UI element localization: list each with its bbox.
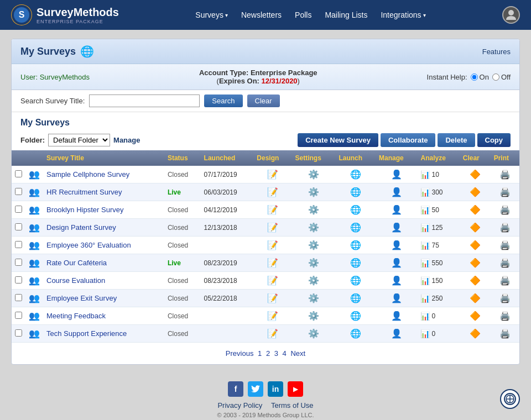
nav-integrations[interactable]: Integrations ▾ [375,8,431,22]
print-icon[interactable]: 🖨️ [499,222,511,233]
pagination-page-2[interactable]: 2 [266,349,270,358]
clear-button[interactable]: Clear [247,95,280,107]
survey-title-link[interactable]: Course Evaluation [46,276,105,285]
copy-button[interactable]: Copy [477,133,511,147]
instant-help-off-radio[interactable] [492,74,499,81]
row-checkbox-4[interactable] [15,241,22,248]
settings-icon[interactable]: ⚙️ [308,169,319,180]
row-checkbox-6[interactable] [15,276,22,284]
settings-icon[interactable]: ⚙️ [308,311,319,321]
row-checkbox-3[interactable] [15,223,22,230]
survey-status[interactable]: Closed [168,277,188,285]
clear-icon[interactable]: 🔶 [470,311,481,321]
settings-icon[interactable]: ⚙️ [308,328,319,339]
sort-manage-link[interactable]: Manage [379,154,404,162]
launch-icon[interactable]: 🌐 [350,328,361,339]
instant-help-on-radio[interactable] [471,74,478,81]
sort-analyze-link[interactable]: Analyze [420,154,445,162]
pagination-page-4[interactable]: 4 [283,349,287,358]
clear-icon[interactable]: 🔶 [470,275,481,286]
clear-icon[interactable]: 🔶 [470,240,481,250]
user-account-icon[interactable] [502,6,520,24]
print-icon[interactable]: 🖨️ [499,240,511,250]
launch-icon[interactable]: 🌐 [350,311,361,321]
settings-icon[interactable]: ⚙️ [308,222,319,233]
launch-icon[interactable]: 🌐 [350,275,361,286]
design-icon[interactable]: 📝 [267,240,278,250]
pagination-next[interactable]: Next [290,349,305,358]
pagination-page-3[interactable]: 3 [274,349,278,358]
analyze-chart-icon[interactable]: 📊 [420,312,430,321]
manage-icon[interactable]: 👤 [391,187,402,197]
launch-icon[interactable]: 🌐 [350,222,361,233]
launch-icon[interactable]: 🌐 [350,204,361,215]
folder-select[interactable]: Default Folder [48,134,110,146]
sort-design-link[interactable]: Design [257,154,279,162]
print-icon[interactable]: 🖨️ [499,275,511,286]
search-input[interactable] [89,95,200,107]
sort-settings-link[interactable]: Settings [295,154,321,162]
survey-status[interactable]: Closed [168,206,188,214]
design-icon[interactable]: 📝 [267,222,278,233]
analyze-chart-icon[interactable]: 📊 [420,259,430,267]
settings-icon[interactable]: ⚙️ [308,187,319,197]
survey-title-link[interactable]: Sample Cellphone Survey [46,170,129,179]
manage-icon[interactable]: 👤 [391,258,402,268]
linkedin-icon[interactable]: in [268,381,283,397]
manage-icon[interactable]: 👤 [391,222,402,233]
clear-icon[interactable]: 🔶 [470,169,481,180]
manage-icon[interactable]: 👤 [391,204,402,215]
design-icon[interactable]: 📝 [267,258,278,268]
analyze-chart-icon[interactable]: 📊 [420,223,430,232]
survey-status[interactable]: Closed [168,330,188,338]
nav-polls[interactable]: Polls [289,8,317,22]
survey-title-link[interactable]: Brooklyn Hipster Survey [46,206,123,214]
design-icon[interactable]: 📝 [267,311,278,321]
settings-icon[interactable]: ⚙️ [308,293,319,303]
row-checkbox-9[interactable] [15,329,22,337]
clear-icon[interactable]: 🔶 [470,204,481,215]
survey-status[interactable]: Closed [168,224,188,232]
survey-status[interactable]: Live [168,259,181,267]
survey-title-link[interactable]: Tech Support Experience [46,329,127,338]
launch-icon[interactable]: 🌐 [350,258,361,268]
manage-icon[interactable]: 👤 [391,293,402,303]
sort-status-link[interactable]: Status [168,154,188,162]
help-icon[interactable] [500,389,520,409]
print-icon[interactable]: 🖨️ [499,328,511,339]
row-checkbox-8[interactable] [15,312,22,319]
sort-title-link[interactable]: Survey Title [46,154,84,162]
launch-icon[interactable]: 🌐 [350,293,361,303]
facebook-icon[interactable]: f [228,381,243,397]
survey-title-link[interactable]: Rate Our Caféteria [46,259,107,267]
survey-title-link[interactable]: Design Patent Survey [46,223,116,232]
row-checkbox-7[interactable] [15,294,22,301]
print-icon[interactable]: 🖨️ [499,311,511,321]
clear-icon[interactable]: 🔶 [470,328,481,339]
launch-icon[interactable]: 🌐 [350,240,361,250]
nav-newsletters[interactable]: Newsletters [236,8,287,22]
design-icon[interactable]: 📝 [267,204,278,215]
launch-icon[interactable]: 🌐 [350,169,361,180]
pagination-previous[interactable]: Previous [226,349,254,358]
twitter-icon[interactable] [248,381,263,397]
create-survey-button[interactable]: Create New Survey [298,133,378,147]
clear-icon[interactable]: 🔶 [470,258,481,268]
analyze-chart-icon[interactable]: 📊 [420,276,430,285]
survey-status[interactable]: Closed [168,171,188,179]
design-icon[interactable]: 📝 [267,169,278,180]
settings-icon[interactable]: ⚙️ [308,258,319,268]
manage-icon[interactable]: 👤 [391,169,402,180]
analyze-chart-icon[interactable]: 📊 [420,170,430,179]
analyze-chart-icon[interactable]: 📊 [420,206,430,214]
manage-icon[interactable]: 👤 [391,240,402,250]
instant-help-off-label[interactable]: Off [492,73,511,81]
settings-icon[interactable]: ⚙️ [308,240,319,250]
sort-launched-link[interactable]: Launched [204,154,236,162]
instant-help-on-label[interactable]: On [471,73,489,81]
row-checkbox-2[interactable] [15,206,22,213]
analyze-chart-icon[interactable]: 📊 [420,188,430,197]
clear-icon[interactable]: 🔶 [470,187,481,197]
survey-title-link[interactable]: HR Recruitment Survey [46,188,122,196]
analyze-chart-icon[interactable]: 📊 [420,329,430,338]
